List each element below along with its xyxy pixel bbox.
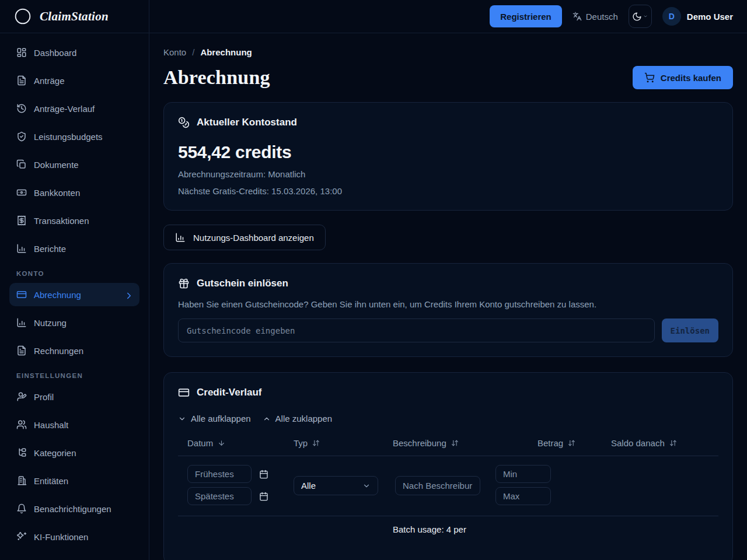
sort-desc-icon bbox=[218, 439, 225, 447]
sidebar-item-abrechnung[interactable]: Abrechnung bbox=[9, 283, 139, 306]
sort-icon bbox=[312, 439, 320, 447]
date-to-input[interactable] bbox=[187, 487, 252, 505]
column-header-datum[interactable]: Datum bbox=[178, 438, 284, 448]
breadcrumb: Konto / Abrechnung bbox=[163, 47, 733, 57]
type-filter-value: Alle bbox=[301, 481, 316, 491]
shopping-cart-icon bbox=[644, 72, 655, 83]
sidebar-item-label: Abrechnung bbox=[34, 290, 81, 300]
batch-usage-note: Batch usage: 4 per bbox=[393, 524, 718, 534]
language-label: Deutsch bbox=[586, 12, 618, 22]
languages-icon bbox=[573, 12, 582, 21]
sidebar-item-label: Leistungsbudgets bbox=[34, 132, 103, 142]
amount-max-input[interactable] bbox=[495, 487, 551, 505]
sidebar-item-label: Bankkonten bbox=[34, 188, 80, 198]
avatar: D bbox=[662, 7, 681, 26]
balance-card-title: Aktueller Kontostand bbox=[197, 117, 297, 128]
sidebar-item-rechnungen[interactable]: Rechnungen bbox=[9, 339, 139, 362]
type-filter-select[interactable]: Alle bbox=[294, 476, 378, 495]
sidebar-item-transaktionen[interactable]: Transaktionen bbox=[9, 209, 139, 232]
sidebar-item-antraege-verlauf[interactable]: Anträge-Verlauf bbox=[9, 97, 139, 120]
collapse-all-button[interactable]: Alle zuklappen bbox=[263, 414, 333, 424]
bar-chart-icon bbox=[175, 232, 186, 243]
calendar-icon[interactable] bbox=[259, 492, 268, 501]
sidebar-item-leistungsbudgets[interactable]: Leistungsbudgets bbox=[9, 125, 139, 148]
user-menu[interactable]: D Demo User bbox=[662, 7, 733, 26]
sidebar-item-berichte[interactable]: Berichte bbox=[9, 237, 139, 260]
breadcrumb-konto[interactable]: Konto bbox=[163, 47, 186, 57]
file-text-icon bbox=[16, 345, 27, 356]
bell-icon bbox=[16, 503, 27, 514]
gift-icon bbox=[178, 278, 190, 289]
sidebar-item-label: Rechnungen bbox=[34, 346, 83, 356]
sidebar-item-benachrichtigungen[interactable]: Benachrichtigungen bbox=[9, 497, 139, 520]
sidebar-item-ki-funktionen[interactable]: KI-Funktionen bbox=[9, 525, 139, 548]
sidebar-section-einstellungen: Einstellungen bbox=[16, 372, 139, 379]
column-header-betrag[interactable]: Betrag bbox=[528, 438, 602, 448]
credit-history-title: Credit-Verlauf bbox=[197, 387, 261, 398]
collapse-all-label: Alle zuklappen bbox=[275, 414, 333, 424]
sidebar-item-label: Profil bbox=[34, 392, 54, 402]
coins-icon bbox=[178, 117, 190, 128]
building-icon bbox=[16, 475, 27, 486]
amount-min-input[interactable] bbox=[495, 465, 551, 483]
credit-card-icon bbox=[16, 289, 27, 300]
sidebar-item-label: Anträge-Verlauf bbox=[34, 104, 95, 114]
column-header-typ[interactable]: Typ bbox=[284, 438, 383, 448]
chevron-down-icon bbox=[643, 14, 648, 19]
sidebar-item-label: KI-Funktionen bbox=[34, 532, 88, 542]
history-icon bbox=[16, 103, 27, 114]
expand-all-button[interactable]: Alle aufklappen bbox=[178, 414, 251, 424]
banknote-icon bbox=[16, 187, 27, 198]
sidebar-item-label: Dokumente bbox=[34, 160, 79, 170]
sidebar-section-konto: Konto bbox=[16, 270, 139, 277]
user-name: Demo User bbox=[687, 12, 733, 22]
sidebar-item-bankkonten[interactable]: Bankkonten bbox=[9, 181, 139, 204]
chevron-right-icon bbox=[124, 290, 132, 299]
theme-toggle-button[interactable] bbox=[629, 5, 652, 28]
language-selector[interactable]: Deutsch bbox=[573, 12, 618, 22]
sidebar-item-label: Anträge bbox=[34, 76, 65, 86]
column-header-beschreibung[interactable]: Beschreibung bbox=[383, 438, 528, 448]
brand-header: ClaimStation bbox=[0, 0, 149, 33]
sidebar-item-entitaeten[interactable]: Entitäten bbox=[9, 469, 139, 492]
brand-name: ClaimStation bbox=[40, 9, 109, 24]
sidebar-item-dashboard[interactable]: Dashboard bbox=[9, 41, 139, 64]
sidebar-item-label: Entitäten bbox=[34, 476, 68, 486]
voucher-card-title: Gutschein einlösen bbox=[197, 278, 288, 289]
calendar-icon[interactable] bbox=[259, 470, 268, 479]
sidebar-item-nutzung[interactable]: Nutzung bbox=[9, 311, 139, 334]
file-text-icon bbox=[16, 75, 27, 86]
shield-check-icon bbox=[16, 131, 27, 142]
sort-icon bbox=[451, 439, 459, 447]
buy-credits-label: Credits kaufen bbox=[661, 73, 721, 83]
register-button[interactable]: Registrieren bbox=[490, 5, 562, 27]
sidebar-item-antraege[interactable]: Anträge bbox=[9, 69, 139, 92]
users-icon bbox=[16, 419, 27, 430]
next-free-credits: Nächste Gratis-Credits: 15.03.2026, 13:0… bbox=[178, 186, 718, 196]
dashboard-icon bbox=[16, 47, 27, 58]
bar-chart-icon bbox=[16, 243, 27, 254]
sidebar-item-label: Nutzung bbox=[34, 318, 67, 328]
expand-all-label: Alle aufklappen bbox=[191, 414, 251, 424]
sidebar-item-kategorien[interactable]: Kategorien bbox=[9, 441, 139, 464]
credit-history-card: Credit-Verlauf Alle aufklappen Alle zukl… bbox=[163, 372, 733, 560]
sparkles-icon bbox=[16, 531, 27, 542]
brand-logo-icon bbox=[14, 8, 32, 25]
voucher-code-input[interactable] bbox=[178, 318, 655, 342]
buy-credits-button[interactable]: Credits kaufen bbox=[633, 66, 733, 89]
voucher-description: Haben Sie einen Gutscheincode? Geben Sie… bbox=[178, 299, 718, 309]
sidebar-item-label: Dashboard bbox=[34, 48, 76, 58]
sidebar-item-label: Haushalt bbox=[34, 420, 68, 430]
column-header-saldo-danach[interactable]: Saldo danach bbox=[602, 438, 718, 448]
sidebar-item-haushalt[interactable]: Haushalt bbox=[9, 413, 139, 436]
tree-icon bbox=[16, 447, 27, 458]
date-from-input[interactable] bbox=[187, 465, 252, 483]
usage-dashboard-button[interactable]: Nutzungs-Dashboard anzeigen bbox=[163, 225, 326, 250]
moon-icon bbox=[632, 12, 642, 22]
redeem-button[interactable]: Einlösen bbox=[662, 318, 718, 342]
description-filter-input[interactable] bbox=[395, 476, 480, 495]
sidebar-item-profil[interactable]: Profil bbox=[9, 385, 139, 408]
sort-icon bbox=[669, 439, 677, 447]
sidebar-item-dokumente[interactable]: Dokumente bbox=[9, 153, 139, 176]
sidebar-nav: Dashboard Anträge Anträge-Verlauf Leistu… bbox=[0, 33, 149, 548]
